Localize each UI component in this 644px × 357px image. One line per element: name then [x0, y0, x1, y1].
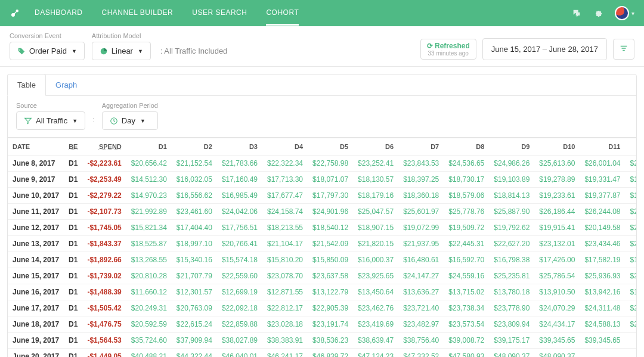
col-d3[interactable]: D3	[217, 138, 262, 156]
date-from: June 15, 2017	[491, 45, 540, 54]
col-d2[interactable]: D2	[172, 138, 217, 156]
date-range-picker[interactable]: June 15, 2017 – June 28, 2017	[482, 38, 607, 60]
col-d10[interactable]: D10	[534, 138, 580, 156]
tab-container: Table Graph Source All Traffic ▼ : Aggre…	[7, 74, 637, 138]
source-select[interactable]: All Traffic ▼	[16, 111, 85, 130]
col-d4[interactable]: D4	[262, 138, 308, 156]
funnel-icon	[24, 117, 32, 125]
table-row: June 17, 2017D1-$1,505.42$20,249.31$20,7…	[8, 300, 637, 316]
cell-value: $16,798.38	[489, 252, 534, 268]
nav-cohort[interactable]: COHORT	[266, 1, 299, 26]
col-d9[interactable]: D9	[489, 138, 534, 156]
cell-value: $12,301.57	[172, 284, 217, 300]
cell-value: $16,985.49	[217, 188, 262, 204]
cell-value: $17,713.30	[262, 172, 308, 188]
tab-graph[interactable]: Graph	[46, 74, 86, 95]
cell-spend: -$1,843.37	[82, 236, 126, 252]
user-menu[interactable]: ▾	[615, 6, 634, 20]
cell-value	[625, 349, 637, 358]
cell-be: D1	[64, 333, 82, 349]
cell-value: $14,970.23	[126, 188, 172, 204]
data-table-wrapper[interactable]: DATEBESPENDD1D2D3D4D5D6D7D8D9D10D11D12D1…	[7, 138, 637, 357]
cell-value: $14,512.30	[126, 172, 172, 188]
table-row: June 8, 2017D1-$2,223.61$20,656.42$21,15…	[8, 156, 637, 172]
table-row: June 19, 2017D1-$1,564.53$35,724.60$37,9…	[8, 333, 637, 349]
conversion-select[interactable]: Order Paid ▼	[10, 42, 85, 60]
cell-value: $44,322.44	[172, 349, 217, 358]
col-date[interactable]: DATE	[8, 138, 64, 156]
cell-value: $21,707.79	[172, 268, 217, 284]
cell-spend: -$2,253.49	[82, 172, 126, 188]
col-d11[interactable]: D11	[580, 138, 625, 156]
cell-value: $18,997.10	[172, 236, 217, 252]
nav-user-search[interactable]: USER SEARCH	[192, 1, 247, 26]
cell-value: $26,371.05	[625, 204, 637, 220]
cell-value: $18,213.55	[262, 220, 308, 236]
cell-be: D1	[64, 204, 82, 220]
cell-value: $15,810.20	[262, 252, 308, 268]
col-d6[interactable]: D6	[353, 138, 398, 156]
cell-date: June 18, 2017	[8, 316, 64, 333]
cell-value: $17,426.00	[534, 252, 580, 268]
cell-value: $24,158.74	[262, 204, 308, 220]
cell-value: $23,721.40	[398, 300, 444, 316]
cell-value: $37,909.94	[172, 333, 217, 349]
cell-value: $25,613.60	[534, 156, 580, 172]
cell-value: $18,360.18	[398, 188, 444, 204]
col-d12[interactable]: D12	[625, 138, 637, 156]
cell-date: June 12, 2017	[8, 220, 64, 236]
gear-icon[interactable]	[593, 8, 603, 18]
col-d1[interactable]: D1	[126, 138, 172, 156]
cell-value: $19,377.87	[580, 188, 625, 204]
cell-value: $38,536.23	[308, 333, 353, 349]
cell-value: $19,915.41	[534, 220, 580, 236]
cell-value: $24,147.27	[398, 268, 444, 284]
cell-date: June 8, 2017	[8, 156, 64, 172]
logo-icon[interactable]	[10, 8, 20, 18]
cell-value: $38,027.89	[217, 333, 262, 349]
cell-spend: -$1,505.42	[82, 300, 126, 316]
chat-icon[interactable]	[572, 8, 581, 18]
cell-value: $15,340.16	[172, 252, 217, 268]
nav-dashboard[interactable]: DASHBOARD	[35, 1, 83, 26]
cell-value: $23,028.18	[262, 316, 308, 333]
col-d5[interactable]: D5	[308, 138, 353, 156]
cell-value: $13,450.64	[353, 284, 398, 300]
table-row: June 15, 2017D1-$1,739.02$20,810.28$21,7…	[8, 268, 637, 284]
aggregation-select[interactable]: Day ▼	[102, 111, 158, 130]
col-be[interactable]: BE	[64, 138, 82, 156]
sort-button[interactable]	[613, 39, 634, 60]
cell-value: $23,843.53	[398, 156, 444, 172]
cell-value: $17,797.30	[308, 188, 353, 204]
cell-value: $13,942.16	[580, 284, 625, 300]
cell-date: June 15, 2017	[8, 268, 64, 284]
cell-value: $20,763.09	[172, 300, 217, 316]
cell-value: $23,809.94	[489, 316, 534, 333]
table-row: June 12, 2017D1-$1,745.05$15,821.34$17,4…	[8, 220, 637, 236]
attribution-select[interactable]: Linear ▼	[92, 42, 151, 60]
table-row: June 18, 2017D1-$1,476.75$20,592.59$22,6…	[8, 316, 637, 333]
cell-value: $22,615.24	[172, 316, 217, 333]
cell-value: $15,821.34	[126, 220, 172, 236]
attribution-label: Attribution Model	[92, 32, 151, 39]
cell-spend: -$2,279.22	[82, 188, 126, 204]
cell-value: $47,332.52	[398, 349, 444, 358]
cell-value: $21,783.66	[217, 156, 262, 172]
date-to: June 28, 2017	[549, 45, 598, 54]
caret-icon: ▼	[140, 118, 145, 124]
nav-channel-builder[interactable]: CHANNEL BUILDER	[102, 1, 174, 26]
refresh-subtitle: 33 minutes ago	[427, 50, 470, 57]
cell-value: $23,637.58	[308, 268, 353, 284]
cell-value: $25,235.81	[489, 268, 534, 284]
tag-icon	[17, 47, 26, 55]
source-label: Source	[16, 102, 85, 109]
table-row: June 9, 2017D1-$2,253.49$14,512.30$16,03…	[8, 172, 637, 188]
col-d7[interactable]: D7	[398, 138, 444, 156]
cell-value: $18,907.15	[353, 220, 398, 236]
cell-value: $19,331.47	[580, 172, 625, 188]
col-d8[interactable]: D8	[444, 138, 489, 156]
col-spend[interactable]: SPEND	[82, 138, 126, 156]
tab-table[interactable]: Table	[7, 74, 46, 96]
refresh-button[interactable]: ⟳ Refreshed 33 minutes ago	[420, 39, 476, 60]
cell-value: $15,850.09	[308, 252, 353, 268]
